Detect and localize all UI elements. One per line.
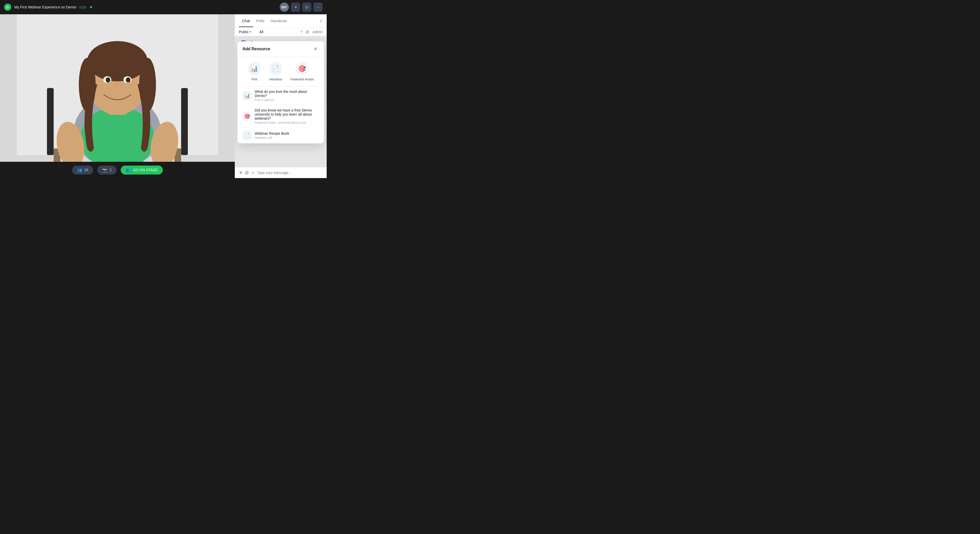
resource-type-poll[interactable]: 📊 Poll	[248, 62, 261, 81]
at-icon[interactable]: @	[245, 170, 249, 175]
main-layout: 👥 19 📷 2 👥 GO ON STAGE Chat Polls Han	[0, 14, 327, 178]
attendees-button[interactable]: 👥 19	[72, 165, 94, 175]
featured-action-icon: 🎯	[296, 62, 309, 75]
panel-expand-icon[interactable]: ⤢	[319, 18, 323, 23]
resource-desc: Featured Action, university.demio.com	[255, 121, 319, 124]
chat-messages: D Dave Hey everyone! Dave here from Cali…	[235, 36, 327, 167]
video-area: 👥 19 📷 2 👥 GO ON STAGE	[0, 14, 235, 178]
svg-point-10	[87, 41, 148, 81]
svg-point-16	[126, 77, 130, 83]
modal-overlay: Add Resource ✕ 📊 Poll 📄 Handout	[235, 36, 327, 167]
filter-all[interactable]: All	[259, 30, 263, 34]
svg-point-15	[106, 77, 110, 83]
svg-rect-5	[181, 88, 188, 155]
resource-type-handout[interactable]: 📄 Handout	[269, 62, 282, 81]
settings-button[interactable]: ⚙	[302, 3, 311, 12]
resource-desc: Handout, pdf	[255, 136, 289, 140]
video-feed	[0, 14, 235, 162]
poll-icon: 📊	[248, 62, 261, 75]
handout-label: Handout	[269, 77, 282, 81]
session-timer: 0:33	[80, 5, 86, 9]
resource-poll-icon: 📊	[242, 91, 251, 100]
tab-handouts[interactable]: Handouts	[267, 15, 290, 27]
emoji-icon[interactable]: ☺	[251, 170, 255, 175]
tab-chat[interactable]: Chat	[239, 15, 253, 27]
filter-public[interactable]: Public ▾	[239, 30, 251, 34]
resource-desc: Poll, 4 options	[255, 98, 319, 102]
go-on-stage-icon: 👥	[126, 168, 131, 172]
chat-input[interactable]	[257, 171, 323, 175]
topbar-right: WY ✦ ⚙ →	[280, 3, 323, 12]
resource-name: Did you know we have a free Demio univer…	[255, 108, 319, 121]
webinar-title: My First Webinar Experience on Demio	[14, 5, 76, 9]
topbar: D My First Webinar Experience on Demio 0…	[0, 0, 327, 14]
tab-polls[interactable]: Polls	[253, 15, 268, 27]
svg-rect-4	[47, 88, 54, 155]
mention-icon[interactable]: @	[305, 30, 309, 34]
expand-button[interactable]: ✦	[291, 3, 300, 12]
cameras-count: 2	[110, 168, 111, 172]
chat-filter-bar: Public ▾ All ? @ Admin	[235, 27, 327, 36]
cameras-button[interactable]: 📷 2	[97, 165, 117, 175]
cameras-icon: 📷	[102, 168, 107, 172]
add-resource-modal: Add Resource ✕ 📊 Poll 📄 Handout	[237, 41, 324, 143]
go-on-stage-label: GO ON STAGE	[133, 168, 158, 172]
chat-input-bar: ✕ @ ☺	[235, 167, 327, 178]
go-on-stage-button[interactable]: 👥 GO ON STAGE	[121, 165, 163, 175]
resource-name: Webinar Recipe Book	[255, 131, 289, 135]
modal-title: Add Resource	[242, 47, 270, 51]
right-panel: Chat Polls Handouts ⤢ Public ▾ All ? @ A…	[235, 14, 327, 178]
user-avatar: WY	[280, 3, 289, 12]
close-icon[interactable]: ✕	[239, 170, 243, 176]
modal-header: Add Resource ✕	[237, 41, 324, 57]
resource-type-row: 📊 Poll 📄 Handout 🎯 Featured Action	[237, 57, 324, 86]
video-controls: 👥 19 📷 2 👥 GO ON STAGE	[0, 162, 235, 178]
attendees-icon: 👥	[77, 168, 82, 172]
handout-icon: 📄	[269, 62, 282, 75]
resource-handout-icon: 📄	[242, 131, 251, 140]
resource-list: 📊 What do you love the most about Demio?…	[237, 86, 324, 143]
app-logo: D	[4, 3, 11, 11]
poll-label: Poll	[251, 77, 257, 81]
attendees-count: 19	[84, 168, 88, 172]
modal-close-button[interactable]: ✕	[312, 45, 319, 52]
exit-button[interactable]: →	[313, 3, 323, 12]
live-indicator	[90, 6, 92, 8]
featured-action-label: Featured Action	[290, 77, 313, 81]
video-content	[0, 14, 235, 162]
help-icon[interactable]: ?	[301, 30, 302, 34]
filter-icons: ? @ Admin	[301, 30, 323, 34]
panel-header: Chat Polls Handouts ⤢	[235, 14, 327, 27]
list-item[interactable]: 📊 What do you love the most about Demio?…	[237, 86, 324, 105]
resource-featured-icon: 🎯	[242, 112, 251, 121]
resource-type-featured-action[interactable]: 🎯 Featured Action	[290, 62, 313, 81]
filter-chevron-icon: ▾	[250, 30, 251, 34]
resource-name: What do you love the most about Demio?	[255, 89, 319, 98]
list-item[interactable]: 🎯 Did you know we have a free Demio univ…	[237, 105, 324, 128]
filter-admin[interactable]: Admin	[312, 30, 323, 34]
list-item[interactable]: 📄 Webinar Recipe Book Handout, pdf	[237, 128, 324, 143]
